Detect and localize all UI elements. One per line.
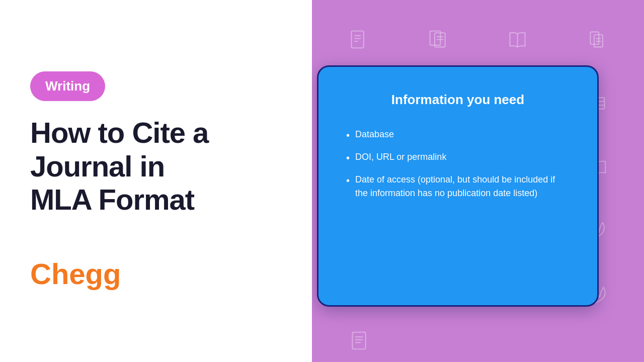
card-list: Database DOI, URL or permalink Date of a… [346, 128, 570, 200]
info-card: Information you need Database DOI, URL o… [317, 65, 599, 307]
icon-doc-2 [401, 10, 476, 69]
card-title: Information you need [346, 92, 570, 108]
list-item-2: DOI, URL or permalink [346, 150, 570, 164]
list-item-3: Date of access (optional, but should be … [346, 173, 570, 200]
svg-rect-55 [353, 332, 366, 349]
icon-book [480, 10, 555, 69]
icon-doc-4 [322, 329, 396, 352]
right-panel: Information you need Database DOI, URL o… [312, 0, 644, 362]
icon-pages [560, 10, 634, 69]
writing-badge: Writing [30, 71, 105, 101]
icon-doc-1 [322, 10, 396, 69]
main-title: How to Cite a Journal in MLA Format [30, 116, 282, 217]
chegg-logo: Chegg [30, 257, 282, 291]
list-item-1: Database [346, 128, 570, 141]
svg-rect-0 [352, 31, 364, 48]
page-container: Writing How to Cite a Journal in MLA For… [0, 0, 644, 362]
left-panel: Writing How to Cite a Journal in MLA For… [0, 0, 312, 362]
